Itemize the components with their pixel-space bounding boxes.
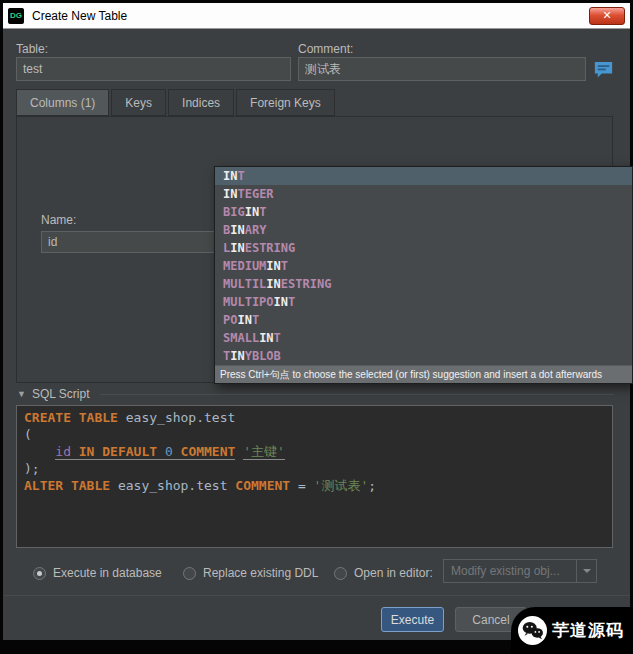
completion-text: T bbox=[288, 295, 295, 309]
table-name-input[interactable] bbox=[16, 57, 291, 81]
radio-circle-icon bbox=[183, 567, 196, 580]
sql-token bbox=[71, 444, 79, 460]
completion-match-text: IN bbox=[274, 295, 288, 309]
comment-bubble-icon[interactable] bbox=[592, 58, 615, 81]
column-name-input[interactable] bbox=[41, 231, 222, 253]
screenshot-frame: DG Create New Table ✕ Table: Comment: Co… bbox=[0, 0, 633, 654]
completion-item-multipoint[interactable]: MULTIPOINT bbox=[215, 293, 632, 311]
sql-token: IN DEFAULT bbox=[79, 444, 157, 460]
sql-token: easy_shop.test bbox=[118, 410, 235, 425]
execute-button[interactable]: Execute bbox=[381, 607, 444, 632]
completion-text: ARY bbox=[245, 223, 267, 237]
completion-text: T bbox=[274, 331, 281, 345]
radio-label: Execute in database bbox=[53, 566, 162, 580]
dialog-titlebar: DG Create New Table ✕ bbox=[3, 3, 630, 29]
radio-circle-icon bbox=[33, 567, 46, 580]
completion-text: BIG bbox=[223, 205, 245, 219]
completion-item-tinyblob[interactable]: TINYBLOB bbox=[215, 347, 632, 365]
close-icon[interactable]: ✕ bbox=[589, 7, 625, 25]
completion-match-text: IN bbox=[245, 205, 259, 219]
radio-replace-existing-ddl[interactable]: Replace existing DDL bbox=[183, 565, 318, 581]
completion-match-text: IN bbox=[230, 241, 244, 255]
completion-match-text: IN bbox=[259, 331, 273, 345]
completion-match-text: IN bbox=[223, 169, 237, 183]
completion-text: T bbox=[237, 169, 244, 183]
column-name-label: Name: bbox=[41, 213, 76, 227]
completion-item-multilinestring[interactable]: MULTILINESTRING bbox=[215, 275, 632, 293]
completion-text: YBLOB bbox=[245, 349, 281, 363]
completion-text: MEDIUM bbox=[223, 259, 266, 273]
completion-text: TEGER bbox=[237, 187, 273, 201]
sql-token: = bbox=[290, 478, 313, 493]
radio-label: Open in editor: bbox=[354, 566, 433, 580]
sql-line: ); bbox=[24, 460, 605, 477]
completion-text: ESTRING bbox=[281, 277, 332, 291]
completion-match-text: IN bbox=[237, 313, 251, 327]
sql-token: '主键' bbox=[243, 444, 285, 460]
completion-item-binary[interactable]: BINARY bbox=[215, 221, 632, 239]
completion-match-text: IN bbox=[223, 187, 237, 201]
section-separator-line bbox=[100, 394, 615, 395]
table-comment-input[interactable] bbox=[298, 57, 586, 81]
sql-script-editor[interactable]: CREATE TABLE easy_shop.test( id IN DEFAU… bbox=[16, 405, 613, 548]
completion-text: B bbox=[223, 223, 230, 237]
completion-text: SMALL bbox=[223, 331, 259, 345]
sql-token: ( bbox=[24, 427, 32, 442]
sql-token bbox=[24, 444, 55, 459]
radio-execute-in-database[interactable]: Execute in database bbox=[33, 565, 162, 581]
completion-item-bigint[interactable]: BIGINT bbox=[215, 203, 632, 221]
sql-line: CREATE TABLE easy_shop.test bbox=[24, 409, 605, 426]
watermark-text: 芋道源码 bbox=[552, 619, 624, 642]
chevron-down-icon[interactable] bbox=[576, 560, 596, 582]
sql-script-section-header[interactable]: ▼ SQL Script bbox=[17, 387, 614, 401]
watermark-badge: 芋道源码 bbox=[511, 607, 633, 654]
sql-token: id bbox=[55, 444, 71, 460]
completion-item-linestring[interactable]: LINESTRING bbox=[215, 239, 632, 257]
sql-script-title: SQL Script bbox=[32, 387, 90, 401]
sql-token: 0 bbox=[165, 444, 173, 460]
completion-text: T bbox=[259, 205, 266, 219]
open-in-editor-combo[interactable]: Modify existing obj... bbox=[443, 559, 597, 583]
tab-columns-1[interactable]: Columns (1) bbox=[16, 89, 109, 116]
completion-match-text: IN bbox=[230, 349, 244, 363]
tab-indices[interactable]: Indices bbox=[168, 89, 234, 116]
sql-token: ALTER TABLE bbox=[24, 478, 110, 493]
dialog-content: Table: Comment: Columns (1)KeysIndicesFo… bbox=[3, 29, 630, 640]
combo-value: Modify existing obj... bbox=[451, 564, 560, 578]
sql-token: COMMENT bbox=[235, 478, 290, 493]
tab-keys[interactable]: Keys bbox=[111, 89, 166, 116]
table-editor-tabs: Columns (1)KeysIndicesForeign Keys bbox=[16, 89, 337, 116]
tab-foreign-keys[interactable]: Foreign Keys bbox=[236, 89, 335, 116]
footer-separator-line bbox=[3, 595, 630, 596]
completion-item-int[interactable]: INT bbox=[215, 167, 632, 185]
completion-match-text: IN bbox=[230, 223, 244, 237]
speech-bubble-icon bbox=[592, 58, 615, 81]
completion-text: MULTIL bbox=[223, 277, 266, 291]
completion-match-text: IN bbox=[266, 277, 280, 291]
type-completion-popup: INTINTEGERBIGINTBINARYLINESTRINGMEDIUMIN… bbox=[214, 166, 633, 384]
sql-line: ALTER TABLE easy_shop.test COMMENT = '测试… bbox=[24, 477, 605, 494]
completion-item-mediumint[interactable]: MEDIUMINT bbox=[215, 257, 632, 275]
completion-item-smallint[interactable]: SMALLINT bbox=[215, 329, 632, 347]
comment-label: Comment: bbox=[298, 42, 353, 56]
completion-text: ESTRING bbox=[245, 241, 296, 255]
wechat-icon bbox=[518, 616, 547, 645]
sql-token: easy_shop.test bbox=[110, 478, 235, 493]
radio-circle-icon bbox=[334, 567, 347, 580]
completion-text: MULTIPO bbox=[223, 295, 274, 309]
collapse-arrow-icon[interactable]: ▼ bbox=[17, 389, 26, 399]
sql-token: '测试表' bbox=[314, 478, 369, 493]
completion-item-integer[interactable]: INTEGER bbox=[215, 185, 632, 203]
sql-token: CREATE TABLE bbox=[24, 410, 118, 425]
completion-text: L bbox=[223, 241, 230, 255]
completion-item-point[interactable]: POINT bbox=[215, 311, 632, 329]
sql-token: COMMENT bbox=[181, 444, 236, 460]
sql-token bbox=[157, 444, 165, 460]
sql-token: ); bbox=[24, 461, 40, 476]
completion-text: T bbox=[252, 313, 259, 327]
sql-line: ( bbox=[24, 426, 605, 443]
completion-text: PO bbox=[223, 313, 237, 327]
radio-label: Replace existing DDL bbox=[203, 566, 318, 580]
sql-token bbox=[173, 444, 181, 460]
radio-open-in-editor[interactable]: Open in editor: bbox=[334, 565, 433, 581]
